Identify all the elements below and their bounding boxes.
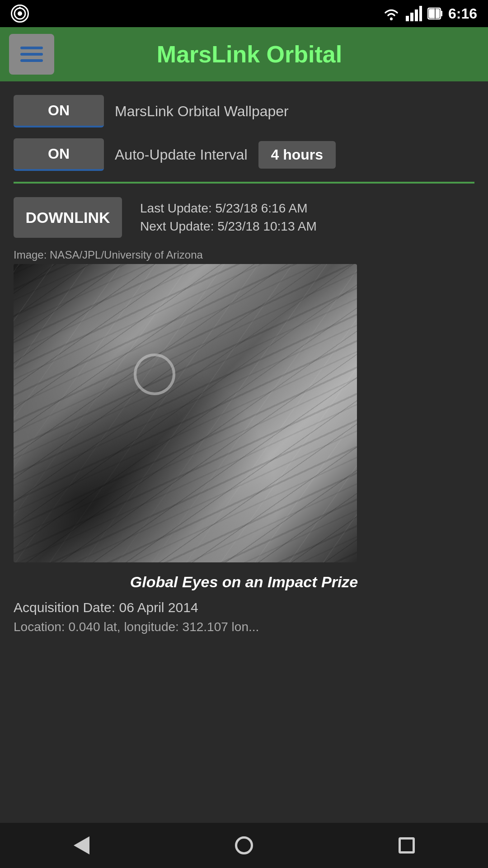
interval-badge[interactable]: 4 hours xyxy=(258,141,336,169)
menu-line-1 xyxy=(20,47,43,49)
nav-bar xyxy=(0,823,488,868)
downlink-button[interactable]: DOWNLINK xyxy=(14,197,122,238)
app-notification-icon xyxy=(11,5,29,23)
status-bar-right: 6:16 xyxy=(382,5,477,22)
battery-icon xyxy=(427,6,443,21)
signal-icon xyxy=(406,6,422,21)
svg-rect-9 xyxy=(441,11,442,16)
menu-lines-icon xyxy=(20,47,43,62)
mars-image xyxy=(14,264,357,562)
svg-point-3 xyxy=(390,18,393,20)
svg-point-1 xyxy=(18,11,22,16)
update-info: Last Update: 5/23/18 6:16 AM Next Update… xyxy=(140,201,317,234)
wifi-icon xyxy=(382,6,400,21)
terrain-lines xyxy=(14,264,357,562)
wallpaper-toggle-label: ON xyxy=(48,102,70,119)
status-bar: 6:16 xyxy=(0,0,488,27)
svg-rect-4 xyxy=(406,16,409,21)
home-circle-icon xyxy=(235,836,253,854)
acquisition-date: Acquisition Date: 06 April 2014 xyxy=(14,600,474,615)
last-update-text: Last Update: 5/23/18 6:16 AM xyxy=(140,201,317,216)
menu-button[interactable] xyxy=(9,34,54,75)
autoupdate-toggle-row: ON Auto-Update Interval 4 hours xyxy=(14,138,474,171)
next-update-text: Next Update: 5/23/18 10:13 AM xyxy=(140,219,317,234)
image-caption: Global Eyes on an Impact Prize xyxy=(14,573,474,591)
autoupdate-toggle-button[interactable]: ON xyxy=(14,138,104,171)
status-bar-left xyxy=(11,5,29,23)
wallpaper-description: MarsLink Orbital Wallpaper xyxy=(115,103,289,120)
back-button[interactable] xyxy=(63,827,99,863)
downlink-row: DOWNLINK Last Update: 5/23/18 6:16 AM Ne… xyxy=(14,197,474,238)
app-bar: MarsLink Orbital xyxy=(0,27,488,81)
downlink-button-label: DOWNLINK xyxy=(26,209,110,226)
wallpaper-toggle-row: ON MarsLink Orbital Wallpaper xyxy=(14,95,474,127)
section-divider xyxy=(14,182,474,184)
location-info: Location: 0.040 lat, longitude: 312.107 … xyxy=(14,620,474,634)
home-button[interactable] xyxy=(226,827,262,863)
svg-rect-7 xyxy=(419,6,422,21)
wallpaper-toggle-button[interactable]: ON xyxy=(14,95,104,127)
svg-rect-6 xyxy=(415,9,418,21)
autoupdate-description: Auto-Update Interval xyxy=(115,146,248,163)
recents-button[interactable] xyxy=(389,827,425,863)
recents-square-icon xyxy=(399,837,415,854)
menu-line-3 xyxy=(20,59,43,62)
svg-rect-10 xyxy=(429,9,440,18)
autoupdate-toggle-label: ON xyxy=(48,146,70,162)
status-time: 6:16 xyxy=(448,5,477,22)
main-content: ON MarsLink Orbital Wallpaper ON Auto-Up… xyxy=(0,81,488,648)
app-title: MarsLink Orbital xyxy=(65,41,479,68)
image-attribution: Image: NASA/JPL/University of Arizona xyxy=(14,249,474,261)
menu-line-2 xyxy=(20,53,43,56)
back-arrow-icon xyxy=(74,836,89,854)
svg-rect-5 xyxy=(410,13,413,21)
interval-value: 4 hours xyxy=(271,146,324,163)
